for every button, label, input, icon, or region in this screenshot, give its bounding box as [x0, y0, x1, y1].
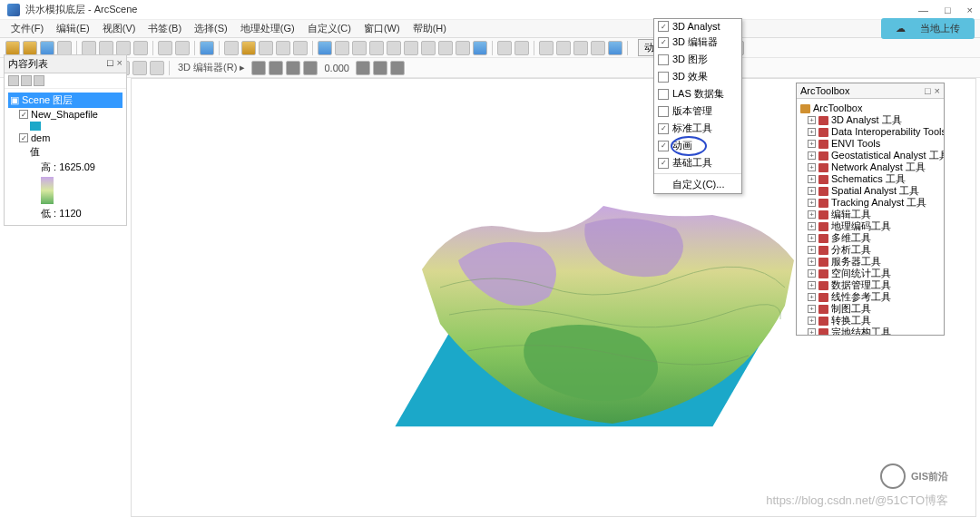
dropdown-item[interactable]: 3D 图形 [654, 51, 741, 68]
toolbox-item[interactable]: +空间统计工具 [800, 268, 940, 279]
ed2-icon[interactable] [269, 61, 283, 75]
expand-icon[interactable]: + [808, 293, 816, 301]
select-icon[interactable] [497, 41, 512, 55]
dropdown-item[interactable]: 版本管理 [654, 102, 741, 120]
full-extent-icon[interactable] [404, 41, 418, 55]
save-icon[interactable] [40, 41, 54, 55]
observer-icon[interactable] [456, 41, 470, 55]
dropdown-item[interactable]: 3D 效果 [654, 68, 741, 85]
menu-view[interactable]: 视图(V) [97, 20, 142, 37]
tool-d-icon[interactable] [150, 61, 164, 75]
toc-root-scene[interactable]: ▣ Scene 图层 [8, 93, 122, 108]
toc-list-icon[interactable] [8, 75, 19, 86]
toc-shapefile-symbol[interactable] [8, 121, 122, 132]
toolbox-item[interactable]: +Spatial Analyst 工具 [800, 185, 940, 197]
maximize-button[interactable]: □ [945, 5, 951, 15]
cut-icon[interactable] [82, 41, 96, 55]
expand-icon[interactable]: + [808, 199, 816, 207]
add-data-icon[interactable] [200, 41, 214, 55]
ed4-icon[interactable] [303, 61, 318, 75]
tool-c-icon[interactable] [132, 61, 147, 75]
menu-bookmarks[interactable]: 书签(B) [142, 20, 187, 37]
toolbox-item[interactable]: +Data Interoperability Tools [800, 126, 940, 138]
checkbox[interactable] [658, 106, 669, 117]
dropdown-item[interactable]: ✓动画 [654, 137, 741, 154]
checkbox[interactable]: ✓ [658, 123, 669, 134]
navigate-icon[interactable] [318, 41, 332, 55]
expand-icon[interactable]: + [808, 187, 816, 195]
catalog-icon[interactable] [241, 41, 256, 55]
checkbox[interactable]: ✓ [658, 158, 669, 169]
dropdown-customize[interactable]: 自定义(C)... [654, 176, 741, 193]
expand-icon[interactable]: + [808, 234, 816, 242]
zoom-in-icon[interactable] [352, 41, 367, 55]
toc-source-icon[interactable] [21, 75, 32, 86]
expand-icon[interactable]: + [808, 151, 816, 160]
checkbox[interactable]: ✓ [658, 21, 669, 32]
toolbox-item[interactable]: +Geostatistical Analyst 工具 [800, 150, 940, 161]
toolbox-item[interactable]: +服务器工具 [800, 256, 940, 268]
dropdown-item[interactable]: ✓3D 编辑器 [654, 34, 741, 51]
python-icon[interactable] [293, 41, 308, 55]
dropdown-item[interactable]: LAS 数据集 [654, 85, 741, 102]
toolbox-item[interactable]: +编辑工具 [800, 209, 940, 220]
find-icon[interactable] [556, 41, 571, 55]
arctoolbox-root[interactable]: ArcToolbox [800, 102, 940, 114]
toolbox-item[interactable]: +多维工具 [800, 232, 940, 244]
menu-selection[interactable]: 选择(S) [189, 20, 233, 37]
clear-icon[interactable] [514, 41, 529, 55]
menu-customize[interactable]: 自定义(C) [302, 20, 357, 37]
minimize-button[interactable]: — [918, 5, 928, 15]
globe-icon[interactable] [473, 41, 487, 55]
toolbox-item[interactable]: +地理编码工具 [800, 220, 940, 232]
center-icon[interactable] [421, 41, 436, 55]
expand-icon[interactable]: + [808, 163, 816, 171]
expand-icon[interactable]: + [808, 317, 816, 325]
toolbox-item[interactable]: +转换工具 [800, 315, 940, 327]
toolbox-item[interactable]: +Tracking Analyst 工具 [800, 197, 940, 209]
open-icon[interactable] [23, 41, 37, 55]
expand-icon[interactable]: + [808, 116, 816, 124]
dropdown-item[interactable]: ✓基础工具 [654, 154, 741, 171]
time-icon[interactable] [591, 41, 605, 55]
checkbox[interactable] [658, 89, 669, 100]
checkbox[interactable]: ✓ [19, 133, 28, 142]
checkbox[interactable]: ✓ [19, 110, 28, 119]
toc-pin-icon[interactable]: □ [107, 57, 113, 71]
toc-selection-icon[interactable] [34, 75, 44, 86]
expand-icon[interactable]: + [808, 281, 816, 289]
menu-window[interactable]: 窗口(W) [358, 20, 406, 37]
redo-icon[interactable] [175, 41, 190, 55]
measure-icon[interactable] [573, 41, 588, 55]
toolbox-item[interactable]: +宗地结构工具 [800, 327, 940, 335]
toc-layer-shapefile[interactable]: ✓ New_Shapefile [8, 108, 122, 121]
ed7-icon[interactable] [390, 61, 405, 75]
menu-file[interactable]: 文件(F) [5, 20, 49, 37]
menu-edit[interactable]: 编辑(E) [51, 20, 95, 37]
dropdown-item[interactable]: ✓标准工具 [654, 120, 741, 137]
toc-icon[interactable] [224, 41, 239, 55]
expand-icon[interactable]: + [808, 269, 816, 278]
toolbox-item[interactable]: +3D Analyst 工具 [800, 114, 940, 126]
ed1-icon[interactable] [251, 61, 266, 75]
menu-help[interactable]: 帮助(H) [407, 20, 452, 37]
checkbox[interactable]: ✓ [658, 37, 669, 48]
print-icon[interactable] [57, 41, 72, 55]
fly-icon[interactable] [335, 41, 349, 55]
editor-label[interactable]: 3D 编辑器(R) ▸ [178, 61, 245, 74]
checkbox[interactable]: ✓ [658, 141, 669, 151]
expand-icon[interactable]: + [808, 140, 816, 148]
checkbox[interactable] [658, 54, 669, 65]
toolbox-item[interactable]: +制图工具 [800, 303, 940, 315]
expand-icon[interactable]: + [808, 258, 816, 266]
expand-icon[interactable]: + [808, 222, 816, 230]
close-button[interactable]: × [967, 5, 973, 15]
toolbox-icon[interactable] [276, 41, 290, 55]
toc-close-button[interactable]: × [117, 57, 122, 71]
expand-icon[interactable]: + [808, 128, 816, 136]
identify-icon[interactable] [539, 41, 554, 55]
ed5-icon[interactable] [356, 61, 370, 75]
swipe-icon[interactable] [608, 41, 622, 55]
expand-icon[interactable]: + [808, 210, 816, 219]
scene-viewport[interactable]: ArcToolbox □× ArcToolbox +3D Analyst 工具+… [131, 78, 976, 517]
